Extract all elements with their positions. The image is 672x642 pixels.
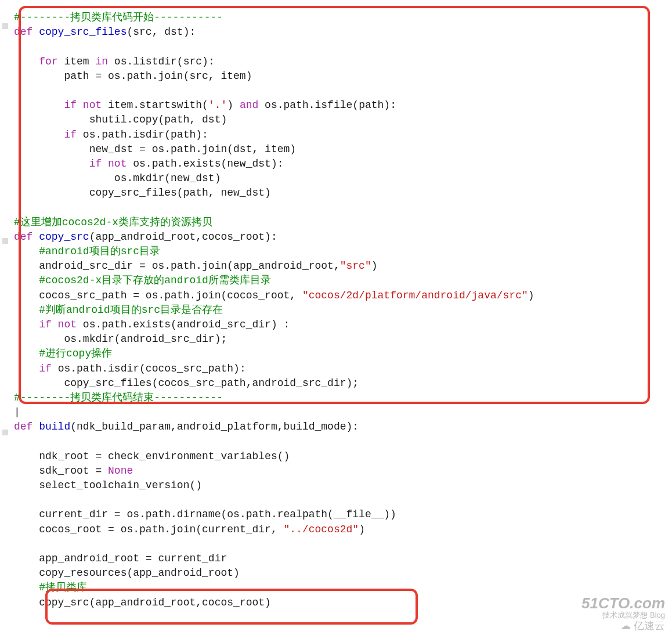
cloud-icon: ☁︎ — [620, 620, 631, 632]
code-line: def copy_src(app_android_root,cocos_root… — [14, 231, 277, 243]
code-line: if os.path.isdir(path): — [14, 129, 208, 140]
code-line: #判断android项目的src目录是否存在 — [14, 304, 223, 316]
code-line: if not os.path.exists(android_src_dir) : — [14, 319, 290, 330]
fold-marker[interactable] — [2, 430, 8, 435]
code-line: #进行copy操作 — [14, 348, 112, 359]
watermark: 51CTO.com 技术成就梦想 Blog ☁︎ 亿速云 — [581, 596, 665, 632]
code-line: cocos_root = os.path.join(current_dir, "… — [14, 524, 365, 535]
code-line: copy_src_files(path, new_dst) — [14, 187, 271, 199]
code-line: #--------拷贝类库代码开始----------- — [14, 12, 223, 23]
code-line: #android项目的src目录 — [14, 246, 160, 257]
code-line: copy_src(app_android_root,cocos_root) — [14, 597, 271, 608]
code-line: | — [14, 406, 20, 418]
watermark-subtitle: 技术成就梦想 Blog — [581, 611, 665, 619]
code-line: new_dst = os.path.join(dst, item) — [14, 143, 296, 155]
code-line: path = os.path.join(src, item) — [14, 70, 252, 82]
code-line: copy_src_files(cocos_src_path,android_sr… — [14, 377, 359, 389]
code-line: def build(ndk_build_param,android_platfo… — [14, 421, 359, 432]
code-line: if not item.startswith('.') and os.path.… — [14, 99, 396, 111]
code-line: cocos_src_path = os.path.join(cocos_root… — [14, 290, 534, 301]
code-line: #--------拷贝类库代码结束----------- — [14, 392, 223, 403]
code-line: current_dir = os.path.dirname(os.path.re… — [14, 508, 396, 520]
code-line: app_android_root = current_dir — [14, 553, 227, 564]
code-line: shutil.copy(path, dst) — [14, 114, 227, 125]
watermark-brand: ☁︎ 亿速云 — [581, 621, 665, 632]
gutter — [0, 0, 10, 642]
code-line: sdk_root = None — [14, 465, 133, 477]
code-line: ndk_root = check_environment_variables() — [14, 450, 290, 462]
code-line: if os.path.isdir(cocos_src_path): — [14, 363, 246, 374]
code-line: copy_resources(app_android_root) — [14, 567, 240, 579]
code-area: #--------拷贝类库代码开始----------- def copy_sr… — [14, 0, 672, 610]
code-line: #这里增加cocos2d-x类库支持的资源拷贝 — [14, 217, 212, 228]
code-line: os.mkdir(android_src_dir); — [14, 333, 227, 345]
fold-marker[interactable] — [2, 238, 8, 244]
code-line: select_toolchain_version() — [14, 479, 202, 491]
code-line: android_src_dir = os.path.join(app_andro… — [14, 260, 378, 272]
code-line: if not os.path.exists(new_dst): — [14, 158, 283, 169]
code-block: #--------拷贝类库代码开始----------- def copy_sr… — [14, 10, 672, 610]
fold-marker[interactable] — [2, 23, 8, 29]
code-line: #拷贝类库 — [14, 582, 87, 593]
code-line: os.mkdir(new_dst) — [14, 172, 221, 184]
code-line: #cocos2d-x目录下存放的android所需类库目录 — [14, 275, 271, 286]
watermark-title: 51CTO.com — [581, 596, 665, 611]
code-line: for item in os.listdir(src): — [14, 56, 215, 67]
code-line: def copy_src_files(src, dst): — [14, 26, 196, 38]
